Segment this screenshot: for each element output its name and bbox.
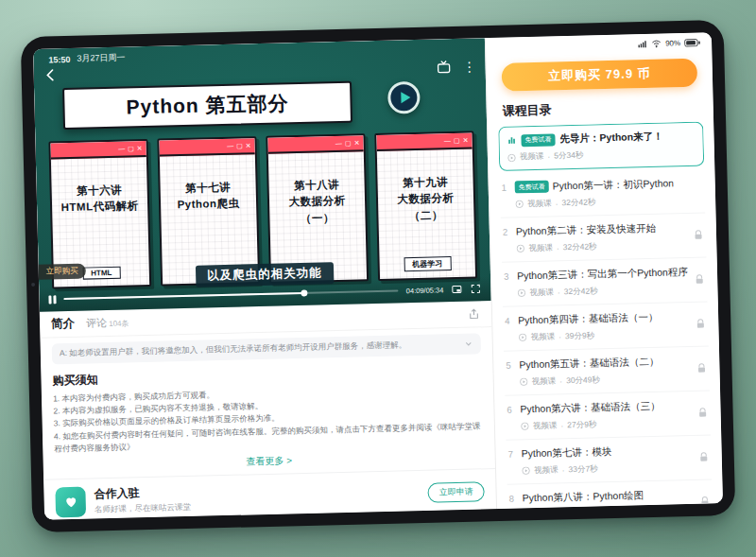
play-triangle-icon: [401, 92, 410, 103]
lesson-item[interactable]: 5 Python第五讲：基础语法（二） 视频课 · 30分49秒: [504, 346, 710, 395]
back-button[interactable]: [43, 67, 59, 86]
window-minimize-icon: —: [335, 140, 342, 147]
meta-separator: ·: [547, 152, 550, 162]
share-icon[interactable]: [468, 307, 480, 320]
front-camera: [31, 283, 35, 287]
play-circle-icon: [516, 244, 524, 252]
meta-separator: ·: [559, 376, 562, 386]
lesson-duration: 32分42秒: [564, 286, 598, 298]
comments-count: 104条: [109, 318, 129, 329]
lesson-duration: 27分9秒: [567, 419, 596, 431]
lesson-type: 视频课: [528, 242, 553, 254]
card-body: 第十九讲 大数据分析 （二） 机器学习: [377, 149, 475, 279]
lesson-title: 先导片：Python来了！: [559, 131, 662, 147]
lesson-number: 6: [507, 403, 520, 414]
lesson-title: Python第三讲：写出第一个Python程序: [517, 265, 688, 282]
lesson-item[interactable]: 1 免费试看 Python第一讲：初识Python 视频课 · 32分42秒: [499, 169, 705, 218]
chevron-down-icon[interactable]: [464, 339, 473, 349]
window-minimize-icon: —: [227, 143, 233, 149]
status-bar-right: 90%: [486, 32, 712, 57]
lock-icon: [694, 274, 705, 286]
play-button[interactable]: [387, 81, 421, 114]
card-line: （二）: [378, 206, 473, 225]
main-column: 15:50 3月27日周一 ⋮ Python 第五部分: [33, 38, 496, 520]
lesson-duration: 30分49秒: [566, 374, 600, 387]
lecture-card: — ▢ ✕ 第十九讲 大数据分析 （二） 机器学习: [374, 131, 477, 281]
lesson-item[interactable]: 4 Python第四讲：基础语法（一） 视频课 · 39分9秒: [503, 302, 709, 351]
status-time: 15:50: [48, 54, 70, 64]
lesson-item[interactable]: 3 Python第三讲：写出第一个Python程序 视频课 · 32分42秒: [502, 258, 708, 307]
tv-cast-icon[interactable]: [436, 60, 451, 75]
lesson-number: 5: [506, 358, 519, 370]
window-close-icon: ✕: [137, 145, 143, 151]
lesson-type: 视频课: [527, 198, 552, 210]
meta-separator: ·: [558, 332, 561, 341]
meta-separator: ·: [557, 243, 559, 252]
lesson-duration: 31分55秒: [569, 508, 603, 509]
fullscreen-icon[interactable]: [470, 283, 481, 294]
meta-separator: ·: [561, 465, 564, 475]
progress-bar[interactable]: [63, 289, 399, 300]
pinned-text: A: 如老师设置用户群，我们将邀您加入，但我们无法承诺所有老师均开设用户群服务，…: [60, 339, 458, 359]
lesson-duration: 32分42秒: [561, 197, 595, 209]
play-circle-icon: [515, 200, 524, 208]
play-circle-icon: [519, 333, 527, 341]
card-line: （一）: [269, 209, 365, 228]
progress-fill: [63, 292, 304, 301]
pause-icon[interactable]: [48, 295, 56, 304]
lesson-item[interactable]: 6 Python第六讲：基础语法（三） 视频课 · 27分9秒: [505, 391, 711, 440]
lesson-item[interactable]: 8 Python第八讲：Python绘图 视频课 · 31分55秒: [507, 479, 713, 508]
lesson-number: 3: [504, 270, 517, 281]
catalog-title: 课程目录: [503, 98, 698, 120]
lesson-title: Python第五讲：基础语法（二）: [519, 355, 660, 372]
video-title-banner: Python 第五部分: [62, 81, 352, 130]
app-screen: 15:50 3月27日周一 ⋮ Python 第五部分: [33, 32, 723, 519]
lesson-item[interactable]: 7 Python第七讲：模块 视频课 · 33分7秒: [506, 435, 712, 484]
more-menu-icon[interactable]: ⋮: [462, 60, 475, 73]
lesson-duration: 33分7秒: [568, 463, 597, 476]
apply-button[interactable]: 立即申请: [427, 482, 484, 503]
lesson-title: Python第八讲：Python绘图: [523, 489, 644, 505]
lesson-type: 视频课: [532, 375, 557, 388]
buy-now-chip[interactable]: 立即购买: [39, 264, 86, 280]
window-maximize-icon: ▢: [454, 137, 460, 144]
lesson-number: 7: [507, 447, 521, 459]
lesson-type: 视频课: [529, 287, 554, 299]
lesson-title: Python第二讲：安装及快速开始: [516, 221, 657, 238]
purchase-notice: 购买须知 1. 本内容为付费内容，购买成功后方可观看。 2. 本内容为虚拟服务，…: [52, 362, 483, 455]
lesson-number: 4: [505, 314, 518, 325]
course-sidebar: 90% 立即购买 79.9 币 课程目录 免费试看 先导片：Python来了！ …: [485, 32, 723, 509]
lock-icon: [696, 408, 708, 419]
lesson-number: 2: [503, 225, 516, 236]
status-bar-left: 15:50 3月27日周一: [48, 51, 125, 65]
lesson-duration: 39分9秒: [565, 330, 594, 342]
meta-separator: ·: [556, 199, 558, 208]
now-playing-icon: [507, 135, 516, 145]
window-close-icon: ✕: [354, 139, 360, 146]
tab-comments[interactable]: 评论 104条: [86, 315, 129, 330]
lesson-item[interactable]: 2 Python第二讲：安装及快速开始 视频课 · 32分42秒: [501, 214, 707, 263]
detail-content: 简介 评论 104条 A: 如老师设置用户群，我们将邀您加入，但我们无法承诺所有…: [40, 301, 496, 520]
tab-intro[interactable]: 简介: [51, 316, 75, 333]
lesson-number: 8: [509, 492, 523, 503]
progress-knob[interactable]: [301, 289, 307, 296]
meta-separator: ·: [560, 421, 563, 430]
lesson-item-current[interactable]: 免费试看 先导片：Python来了！ 视频课 · 5分34秒: [498, 122, 704, 171]
pip-icon[interactable]: [451, 284, 462, 295]
lesson-type: 视频课: [534, 464, 558, 477]
battery-icon: [684, 38, 700, 46]
lesson-type: 视频课: [530, 331, 555, 343]
lock-icon: [695, 319, 706, 330]
pinned-notice[interactable]: A: 如老师设置用户群，我们将邀您加入，但我们无法承诺所有老师均开设用户群服务，…: [52, 333, 481, 364]
back-chevron-icon: [43, 67, 59, 82]
window-minimize-icon: —: [118, 146, 125, 152]
partner-heart-icon: [55, 486, 86, 517]
play-circle-icon: [522, 466, 530, 475]
lock-icon: [698, 451, 710, 462]
wifi-icon: [651, 38, 662, 48]
video-player[interactable]: 15:50 3月27日周一 ⋮ Python 第五部分: [33, 38, 491, 312]
lecture-card: — ▢ ✕ 第十八讲 大数据分析 （一）: [266, 133, 369, 284]
lock-icon: [699, 496, 711, 507]
buy-course-button[interactable]: 立即购买 79.9 币: [502, 59, 698, 92]
lesson-type: 视频课: [520, 151, 544, 164]
